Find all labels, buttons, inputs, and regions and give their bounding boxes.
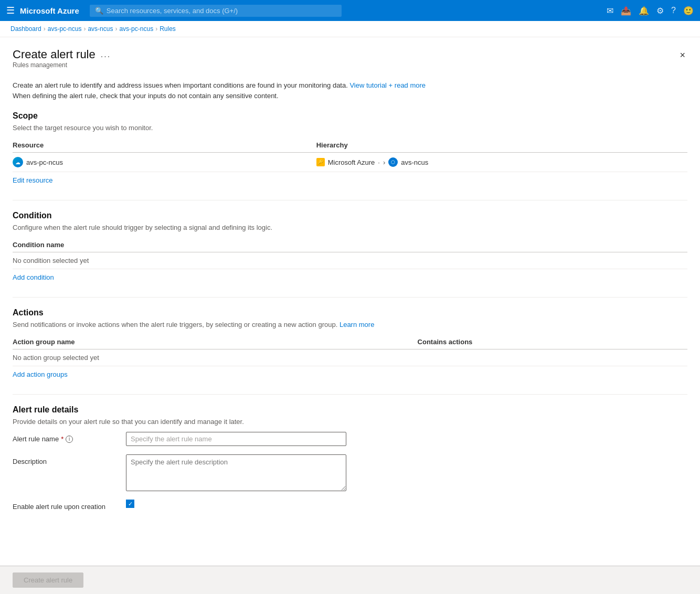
hierarchy-arrow: · (378, 158, 380, 166)
create-alert-rule-button[interactable]: Create alert rule (13, 572, 83, 588)
view-tutorial-link[interactable]: View tutorial + read more (349, 81, 426, 89)
enable-checkbox[interactable]: ✓ (126, 500, 134, 508)
add-condition-button[interactable]: Add condition (13, 273, 54, 281)
actions-table: Action group name Contains actions No ac… (13, 335, 687, 366)
learn-more-link[interactable]: Learn more (340, 321, 374, 328)
nav-icons: ✉ 📤 🔔 ⚙ ? 🙂 (607, 6, 694, 16)
table-row: No condition selected yet (13, 252, 687, 269)
alert-rule-details-title: Alert rule details (13, 405, 687, 415)
page-title: Create alert rule (13, 48, 96, 61)
enable-checkbox-wrapper[interactable]: ✓ (126, 500, 134, 508)
email-icon[interactable]: ✉ (607, 6, 613, 16)
breadcrumb-avs-pc-ncus-1[interactable]: avs-pc-ncus (48, 25, 82, 33)
search-input[interactable] (107, 7, 336, 15)
main-container: Create alert rule ... Rules management ×… (0, 37, 700, 589)
no-action-cell: No action group selected yet (13, 349, 687, 366)
brand-name: Microsoft Azure (20, 6, 79, 15)
divider-3 (13, 394, 687, 395)
table-row: No action group selected yet (13, 349, 687, 366)
alert-rule-name-input[interactable] (126, 432, 346, 446)
close-button[interactable]: × (677, 48, 687, 63)
hierarchy-avs: avs-ncus (401, 158, 428, 166)
info-line1: Create an alert rule to identify and add… (13, 81, 348, 89)
no-condition-text: No condition selected yet (13, 252, 89, 269)
hierarchy-chevron: › (383, 158, 385, 166)
hierarchy-cell: 🔑 Microsoft Azure · › ⬡ avs-ncus (316, 153, 687, 172)
avs-icon: ⬡ (388, 157, 398, 167)
divider-1 (13, 200, 687, 200)
breadcrumb: Dashboard › avs-pc-ncus › avs-ncus › avs… (0, 21, 700, 37)
sep1: › (44, 25, 46, 33)
actions-section: Actions Send notifications or invoke act… (13, 308, 687, 378)
no-condition-cell: No condition selected yet (13, 252, 687, 269)
alert-rule-details-description: Provide details on your alert rule so th… (13, 418, 687, 426)
resource-cell: ☁ avs-pc-ncus (13, 153, 316, 172)
bell-icon[interactable]: 🔔 (639, 6, 649, 16)
info-text: Create an alert rule to identify and add… (13, 80, 687, 101)
condition-description: Configure when the alert rule should tri… (13, 224, 687, 231)
sep4: › (155, 25, 157, 33)
breadcrumb-avs-pc-ncus-2[interactable]: avs-pc-ncus (119, 25, 153, 33)
enable-checkbox-row: Enable alert rule upon creation ✓ (13, 500, 687, 511)
condition-section: Condition Configure when the alert rule … (13, 211, 687, 281)
top-navigation: ☰ Microsoft Azure 🔍 ✉ 📤 🔔 ⚙ ? 🙂 (0, 0, 700, 21)
settings-icon[interactable]: ⚙ (656, 6, 664, 16)
checkmark: ✓ (128, 501, 133, 507)
bottom-bar: Create alert rule (0, 566, 700, 589)
scope-description: Select the target resource you wish to m… (13, 124, 687, 132)
feedback-icon[interactable]: 🙂 (683, 6, 694, 16)
condition-table: Condition name No condition selected yet (13, 238, 687, 269)
sep2: › (83, 25, 86, 33)
info-line2: When defining the alert rule, check that… (13, 92, 279, 100)
edit-resource-button[interactable]: Edit resource (13, 176, 53, 184)
search-icon: 🔍 (95, 7, 103, 15)
help-icon[interactable]: ? (671, 6, 676, 15)
breadcrumb-dashboard[interactable]: Dashboard (10, 25, 41, 33)
hamburger-menu[interactable]: ☰ (6, 5, 15, 16)
divider-2 (13, 297, 687, 298)
description-textarea[interactable] (126, 454, 346, 491)
cloud-icon: ☁ (13, 157, 23, 167)
alert-rule-name-label: Alert rule name * i (13, 432, 118, 443)
add-action-groups-button[interactable]: Add action groups (13, 370, 68, 378)
scope-table: Resource Hierarchy ☁ avs-pc-ncus 🔑 (13, 138, 687, 172)
actions-description: Send notifications or invoke actions whe… (13, 321, 687, 328)
sep3: › (115, 25, 117, 33)
condition-title: Condition (13, 211, 687, 220)
contains-actions-header: Contains actions (418, 335, 687, 349)
no-action-text: No action group selected yet (13, 349, 99, 366)
actions-desc-text: Send notifications or invoke actions whe… (13, 321, 337, 328)
resource-name: avs-pc-ncus (26, 158, 63, 166)
upload-icon[interactable]: 📤 (621, 6, 631, 16)
page-subtitle: Rules management (13, 61, 111, 69)
alert-rule-details-section: Alert rule details Provide details on yo… (13, 405, 687, 511)
search-box[interactable]: 🔍 (90, 5, 342, 17)
name-info-icon[interactable]: i (66, 436, 73, 443)
more-options-button[interactable]: ... (101, 50, 111, 59)
scope-section: Scope Select the target resource you wis… (13, 111, 687, 184)
condition-name-header: Condition name (13, 238, 687, 252)
page-header: Create alert rule ... Rules management × (13, 48, 687, 77)
action-group-name-header: Action group name (13, 335, 418, 349)
description-label: Description (13, 454, 118, 465)
azure-icon: 🔑 (316, 158, 325, 166)
actions-title: Actions (13, 308, 687, 317)
enable-label: Enable alert rule upon creation (13, 500, 118, 511)
hierarchy-header: Hierarchy (316, 138, 687, 153)
description-row: Description (13, 454, 687, 491)
required-indicator: * (61, 435, 63, 443)
resource-header: Resource (13, 138, 316, 153)
scope-title: Scope (13, 111, 687, 121)
table-row: ☁ avs-pc-ncus 🔑 Microsoft Azure · › ⬡ av… (13, 153, 687, 172)
alert-rule-name-row: Alert rule name * i (13, 432, 687, 446)
hierarchy-azure: Microsoft Azure (328, 158, 375, 166)
breadcrumb-rules[interactable]: Rules (160, 25, 176, 33)
breadcrumb-avs-ncus[interactable]: avs-ncus (88, 25, 113, 33)
